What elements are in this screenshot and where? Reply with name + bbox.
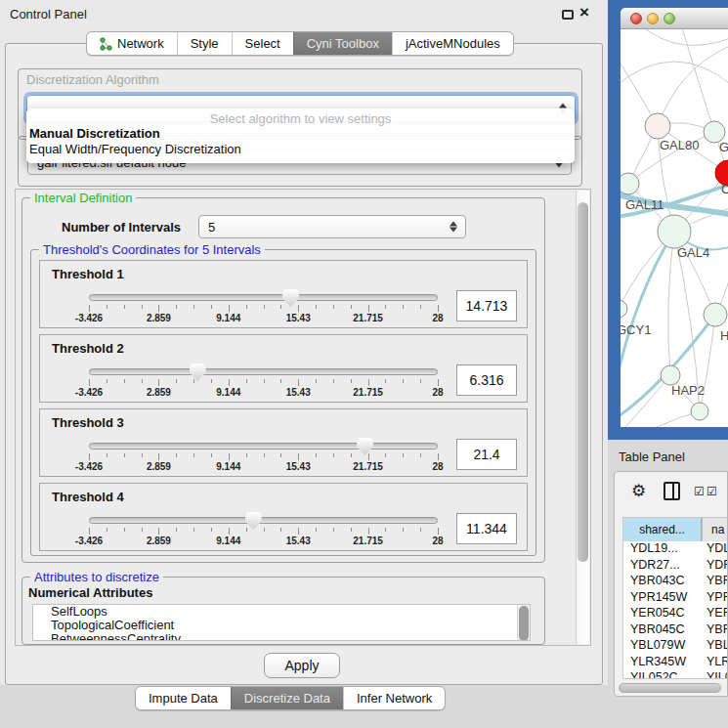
tick-mark: [368, 305, 369, 312]
table-horizontal-scrollbar[interactable]: [619, 683, 725, 693]
algorithm-placeholder: Select algorithm to view settings: [26, 108, 575, 126]
network-canvas[interactable]: GAL80GACGAL11GAL4GCY1HHAP2: [621, 29, 728, 427]
checkbox-icon[interactable]: ☑: [707, 485, 717, 498]
table-row[interactable]: YPR145WYPR1: [623, 590, 727, 607]
tab-infer-network[interactable]: Infer Network: [343, 687, 445, 709]
tab-discretize-data[interactable]: Discretize Data: [231, 687, 343, 709]
table-cell[interactable]: YBL0: [702, 638, 727, 655]
mac-close-icon[interactable]: [630, 13, 642, 24]
gear-icon[interactable]: ⚙: [631, 481, 646, 501]
network-node[interactable]: [621, 300, 627, 318]
tab-label: Impute Data: [149, 691, 218, 706]
network-node[interactable]: [661, 365, 680, 385]
threshold-value-field[interactable]: 11.344: [456, 513, 517, 544]
table-cell[interactable]: YIL0: [702, 670, 727, 679]
table-row[interactable]: YDL19...YDL1: [623, 541, 727, 558]
attribute-item[interactable]: SelfLoops: [33, 605, 530, 619]
checkbox-icon[interactable]: ☑: [694, 485, 705, 498]
tick-mark: [211, 528, 212, 532]
split-columns-icon[interactable]: [664, 482, 680, 500]
tab-cyni-toolbox[interactable]: Cyni Toolbox: [293, 32, 392, 55]
scale-label: 2.859: [147, 535, 171, 546]
network-node[interactable]: [691, 403, 708, 420]
tick-mark: [246, 305, 247, 309]
network-node[interactable]: [645, 113, 670, 139]
table-row[interactable]: YER054CYER0: [623, 606, 727, 622]
tick-mark: [316, 528, 317, 532]
algorithm-options: Manual DiscretizationEqual Width/Frequen…: [26, 126, 575, 157]
table-cell[interactable]: YPR145W: [623, 590, 702, 607]
apply-button[interactable]: Apply: [264, 653, 340, 678]
table-cell[interactable]: YDR2: [702, 558, 727, 575]
tick-mark: [158, 305, 159, 312]
table-cell[interactable]: YLR345W: [623, 655, 702, 671]
slider-thumb[interactable]: [245, 512, 262, 530]
panel-scrollbar[interactable]: [576, 191, 589, 644]
slider-thumb[interactable]: [190, 364, 206, 381]
table-cell[interactable]: YLR3: [702, 655, 727, 671]
column-header[interactable]: shared...: [623, 518, 702, 541]
table-cell[interactable]: YDL19...: [623, 541, 702, 558]
tick-mark: [351, 305, 352, 309]
node-label: HAP2: [671, 383, 705, 398]
float-icon[interactable]: [562, 10, 574, 20]
table-row[interactable]: YDR27...YDR2: [623, 558, 727, 575]
attribute-item[interactable]: BetweennessCentrality: [33, 632, 530, 641]
table-cell[interactable]: YER0: [702, 606, 727, 622]
close-icon[interactable]: ×: [579, 3, 589, 22]
table-row[interactable]: YIL052CYIL0: [623, 670, 727, 679]
number-of-intervals-combobox[interactable]: 5: [198, 215, 466, 238]
attributes-scrollbar[interactable]: [517, 605, 530, 640]
tab-select[interactable]: Select: [232, 32, 293, 55]
tab-jactivemnodules[interactable]: jActiveMNodules: [392, 32, 513, 55]
table-cell[interactable]: YBR043C: [623, 574, 702, 590]
slider-track[interactable]: [89, 443, 438, 450]
attribute-item[interactable]: TopologicalCoefficient: [33, 619, 530, 632]
algorithm-option[interactable]: Equal Width/Frequency Discretization: [26, 142, 575, 157]
table-cell[interactable]: YIL052C: [623, 670, 702, 679]
table-cell[interactable]: YBL079W: [623, 638, 702, 655]
table-cell[interactable]: YDL1: [702, 541, 727, 558]
table-cell[interactable]: YDR27...: [623, 558, 702, 575]
tab-style[interactable]: Style: [177, 32, 232, 55]
node-label: H: [720, 328, 728, 343]
table-row[interactable]: YBL079WYBL0: [623, 638, 727, 655]
tab-impute-data[interactable]: Impute Data: [136, 687, 231, 709]
table-cell[interactable]: YPR1: [702, 590, 727, 607]
table-cell[interactable]: YBR0: [702, 574, 727, 590]
tick-mark: [333, 528, 334, 532]
table-row[interactable]: YLR345WYLR3: [623, 655, 727, 671]
network-node[interactable]: [658, 215, 691, 248]
slider-track[interactable]: [89, 294, 438, 301]
tick-mark: [124, 379, 125, 383]
table-cell[interactable]: YBR0: [702, 622, 727, 639]
slider-track[interactable]: [89, 368, 438, 375]
tick-mark: [89, 379, 90, 386]
table-cell[interactable]: YER054C: [623, 606, 702, 622]
tick-mark: [368, 379, 369, 386]
tick-mark: [280, 528, 281, 532]
tick-mark: [280, 305, 281, 309]
table-row[interactable]: YBR043CYBR0: [623, 574, 727, 590]
tab-network[interactable]: Network: [87, 32, 177, 55]
threshold-value-field[interactable]: 14.713: [456, 290, 517, 321]
number-of-intervals-value: 5: [208, 220, 215, 235]
threshold-panel: Threshold 3-3.4262.8599.14415.4321.71528…: [39, 408, 528, 477]
table-cell[interactable]: YBR045C: [623, 622, 702, 639]
tick-mark: [298, 453, 299, 460]
slider-thumb[interactable]: [357, 438, 373, 455]
network-node[interactable]: [621, 173, 639, 194]
mac-zoom-icon[interactable]: [664, 13, 675, 24]
slider-track[interactable]: [89, 517, 438, 524]
tick-mark: [333, 305, 334, 309]
slider-thumb[interactable]: [282, 289, 299, 307]
algorithm-option[interactable]: Manual Discretization: [26, 126, 575, 142]
threshold-value-field[interactable]: 21.4: [456, 439, 517, 470]
column-header[interactable]: na: [702, 518, 727, 541]
threshold-label: Threshold 4: [52, 490, 124, 504]
network-node[interactable]: [704, 303, 727, 326]
table-row[interactable]: YBR045CYBR0: [623, 622, 727, 639]
mac-minimize-icon[interactable]: [647, 13, 659, 24]
threshold-value-field[interactable]: 6.316: [456, 364, 517, 396]
cyni-toolbox-panel: Discretization Algorithm Select algorith…: [5, 43, 603, 685]
